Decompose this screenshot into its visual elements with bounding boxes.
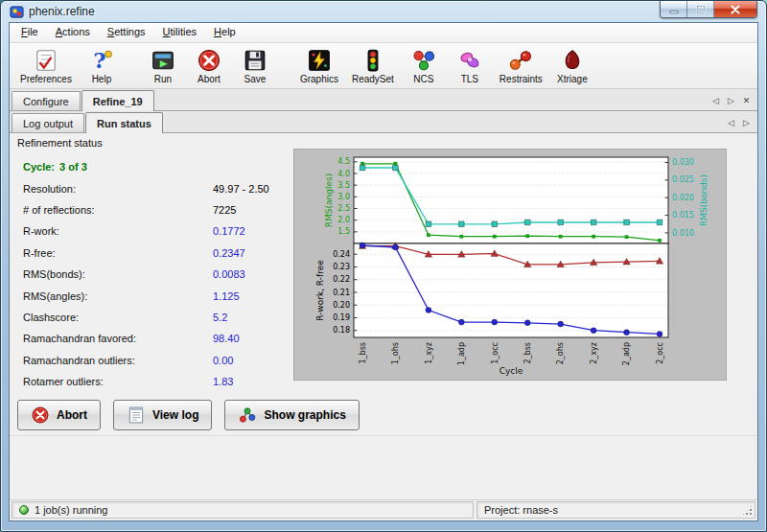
- stat-label: RMS(bonds):: [23, 268, 213, 280]
- close-icon: [730, 5, 741, 14]
- project-label: Project: rnase-s: [484, 504, 558, 516]
- tab-scroll-left-button[interactable]: ◁: [709, 94, 722, 107]
- svg-text:0.020: 0.020: [672, 194, 694, 202]
- action-button-abort[interactable]: Abort: [17, 400, 101, 430]
- svg-text:1_occ: 1_occ: [491, 342, 500, 364]
- svg-text:4.5: 4.5: [337, 157, 350, 166]
- ncs-icon: [411, 48, 436, 73]
- toolbar-button-abort[interactable]: Abort: [186, 44, 232, 87]
- titlebar[interactable]: phenix.refine: [1, 1, 766, 22]
- stat-value: 0.2347: [213, 247, 245, 259]
- menu-item-utilities[interactable]: Utilities: [154, 23, 205, 42]
- svg-text:1_adp: 1_adp: [457, 342, 466, 365]
- stat-value: 5.2: [213, 312, 227, 323]
- sub-tabstrip: Log outputRun status ◁ ▷: [10, 111, 757, 133]
- toolbar-button-run[interactable]: Run: [140, 44, 186, 87]
- cycle-value: 3 of 3: [59, 161, 87, 173]
- menu-item-help[interactable]: Help: [205, 23, 244, 42]
- svg-text:1.5: 1.5: [337, 227, 350, 236]
- tls-icon: [457, 48, 482, 73]
- toolbar-button-label: Help: [92, 74, 112, 84]
- toolbar-button-label: Restraints: [500, 74, 543, 84]
- abort-icon: [197, 48, 221, 73]
- toolbar-button-readyset[interactable]: ReadySet: [345, 44, 401, 87]
- stat-label: Clashscore:: [23, 312, 213, 323]
- menu-item-actions[interactable]: Actions: [47, 23, 99, 42]
- chart-panel: 1.52.02.53.03.54.04.50.0100.0150.0200.02…: [293, 149, 727, 381]
- action-button-label: Abort: [57, 408, 87, 422]
- toolbar-button-label: Graphics: [300, 74, 338, 84]
- tab-run-status[interactable]: Run status: [85, 112, 163, 133]
- svg-text:2.0: 2.0: [337, 216, 350, 224]
- toolbar-button-restraints[interactable]: Restraints: [493, 44, 549, 87]
- svg-text:R-work, R-free: R-work, R-free: [315, 260, 325, 321]
- stat-value: 7225: [213, 204, 236, 216]
- sub-tab-arrows: ◁ ▷: [725, 116, 757, 132]
- app-icon: [10, 5, 24, 19]
- stat-value: 0.00: [213, 355, 233, 366]
- toolbar-button-xtriage[interactable]: Xtriage: [549, 44, 595, 87]
- menu-item-file[interactable]: File: [12, 23, 47, 42]
- svg-text:0.030: 0.030: [672, 158, 694, 167]
- stat-value: 1.125: [213, 290, 240, 302]
- statusbar: 1 job(s) running Project: rnase-s: [10, 499, 757, 520]
- main-tab-arrows: ◁ ▷ ✕: [709, 94, 757, 110]
- toolbar-button-ncs[interactable]: NCS: [401, 44, 447, 87]
- toolbar-button-label: TLS: [461, 74, 478, 84]
- maximize-button[interactable]: [687, 1, 714, 17]
- resize-grip[interactable]: [741, 504, 754, 517]
- svg-text:0.19: 0.19: [333, 313, 350, 322]
- subtab-scroll-right-button[interactable]: ▷: [740, 116, 753, 129]
- toolbar-button-label: Xtriage: [557, 74, 588, 84]
- menu-accelerator: F: [21, 26, 28, 37]
- toolbar-button-save[interactable]: Save: [232, 44, 278, 87]
- close-button[interactable]: [714, 1, 756, 17]
- tab-log-output[interactable]: Log output: [12, 113, 84, 132]
- stat-label: Rotamer outliers:: [23, 376, 213, 387]
- menu-accelerator: U: [163, 26, 171, 37]
- toolbar-button-preferences[interactable]: Preferences: [13, 44, 79, 87]
- stat-value: 0.0083: [213, 268, 245, 280]
- window-controls: [660, 1, 757, 18]
- tab-close-button[interactable]: ✕: [740, 94, 753, 107]
- stat-value: 98.40: [213, 333, 240, 344]
- action-button-label: View log: [152, 408, 198, 422]
- empty-area: [10, 436, 757, 499]
- project-status-panel: Project: rnase-s: [476, 501, 755, 519]
- toolbar-button-label: NCS: [413, 74, 433, 84]
- stat-label: Ramachandran outliers:: [23, 355, 213, 366]
- menubar: FileActionsSettingsUtilitiesHelp: [10, 23, 757, 43]
- stat-label: # of reflections:: [23, 204, 213, 216]
- svg-text:0.18: 0.18: [333, 326, 350, 335]
- cycle-label: Cycle:: [23, 161, 55, 173]
- minimize-button[interactable]: [661, 1, 687, 17]
- svg-text:3.5: 3.5: [337, 181, 350, 190]
- toolbar-button-label: Abort: [198, 74, 221, 84]
- subtab-scroll-left-button[interactable]: ◁: [725, 116, 737, 129]
- readyset-icon: [360, 48, 385, 73]
- svg-text:2_occ: 2_occ: [656, 342, 664, 364]
- toolbar-button-help[interactable]: ?Help: [79, 44, 125, 87]
- svg-text:3.0: 3.0: [337, 193, 350, 201]
- view-log-icon: [127, 405, 146, 425]
- tab-configure[interactable]: Configure: [12, 91, 81, 110]
- svg-text:1_ohs: 1_ohs: [391, 342, 400, 364]
- svg-text:0.010: 0.010: [672, 229, 694, 238]
- tab-refine-19[interactable]: Refine_19: [81, 90, 154, 111]
- toolbar-button-graphics[interactable]: Graphics: [293, 44, 345, 87]
- toolbar-button-tls[interactable]: TLS: [447, 44, 493, 87]
- menu-item-settings[interactable]: Settings: [99, 23, 154, 42]
- minimize-icon: [669, 5, 679, 14]
- toolbar-button-label: Run: [154, 74, 172, 84]
- maximize-icon: [696, 5, 706, 14]
- tab-scroll-right-button[interactable]: ▷: [725, 94, 737, 107]
- action-button-view-log[interactable]: View log: [113, 400, 212, 430]
- svg-text:0.24: 0.24: [333, 250, 350, 259]
- action-button-show-graphics[interactable]: Show graphics: [224, 400, 359, 430]
- svg-text:2_ohs: 2_ohs: [556, 342, 565, 364]
- save-icon: [243, 48, 267, 73]
- svg-text:0.015: 0.015: [672, 211, 694, 220]
- main-tabstrip: ConfigureRefine_19 ◁ ▷ ✕: [10, 89, 757, 111]
- action-button-label: Show graphics: [264, 408, 345, 422]
- xtriage-icon: [560, 48, 585, 73]
